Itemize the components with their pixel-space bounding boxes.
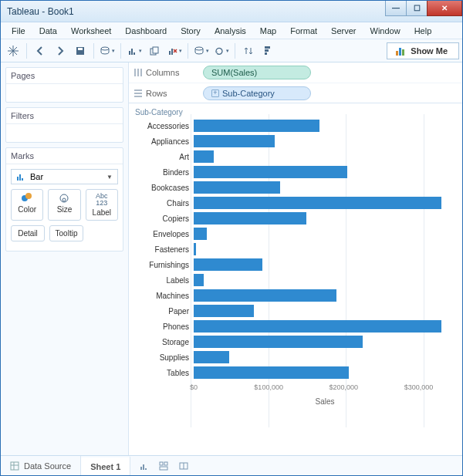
menu-window[interactable]: Window (364, 25, 407, 37)
x-axis-label: Sales (194, 397, 456, 411)
bar[interactable] (194, 120, 319, 132)
bar[interactable] (194, 274, 204, 286)
menu-dashboard[interactable]: Dashboard (119, 25, 173, 37)
category-label: Machines (132, 292, 194, 300)
svg-rect-5 (78, 48, 83, 50)
menu-story[interactable]: Story (174, 25, 207, 37)
category-label: Fasteners (132, 245, 194, 254)
bar[interactable] (194, 351, 229, 363)
svg-rect-36 (143, 464, 144, 470)
rows-pill[interactable]: + Sub-Category (203, 86, 311, 100)
bar[interactable] (194, 320, 441, 333)
svg-rect-28 (140, 69, 142, 76)
back-button[interactable] (31, 42, 49, 60)
new-story-icon[interactable] (178, 461, 189, 471)
columns-icon (133, 68, 143, 77)
svg-rect-18 (396, 51, 398, 56)
data-source-button[interactable] (98, 42, 117, 60)
category-label: Supplies (132, 353, 194, 362)
new-dashboard-icon[interactable] (158, 461, 169, 471)
bar[interactable] (194, 258, 262, 271)
category-label: Art (132, 153, 194, 161)
label-icon: Abc123 (96, 193, 108, 207)
svg-rect-40 (160, 467, 167, 470)
menu-server[interactable]: Server (325, 25, 362, 37)
label-card[interactable]: Abc123 Label (86, 189, 118, 221)
duplicate-sheet-button[interactable] (145, 42, 164, 60)
sort-asc-button[interactable] (259, 42, 278, 60)
menu-map[interactable]: Map (254, 25, 282, 37)
mark-type-label: Bar (30, 172, 43, 181)
menu-file[interactable]: File (5, 25, 32, 37)
new-worksheet-icon[interactable] (138, 461, 149, 471)
category-label: Copiers (132, 214, 194, 223)
size-card[interactable]: Size (48, 189, 80, 221)
tooltip-card[interactable]: Tooltip (49, 225, 83, 241)
bar[interactable] (194, 197, 441, 209)
category-label: Chairs (132, 199, 194, 208)
svg-point-6 (101, 47, 109, 50)
category-label: Tables (132, 369, 194, 377)
swap-button[interactable] (239, 42, 258, 60)
bar-chart-icon (395, 46, 406, 56)
chart-header: Sub-Category (135, 108, 456, 116)
chevron-down-icon: ▼ (106, 174, 113, 181)
mark-type-dropdown[interactable]: Bar ▼ (11, 169, 118, 184)
bar[interactable] (194, 243, 196, 255)
detail-card[interactable]: Detail (11, 225, 45, 241)
columns-pill[interactable]: SUM(Sales) (203, 66, 311, 79)
filters-shelf[interactable] (6, 123, 123, 142)
category-label: Envelopes (132, 230, 194, 238)
pages-shelf[interactable] (6, 83, 123, 102)
close-button[interactable]: ✕ (427, 1, 462, 16)
connect-button[interactable] (192, 42, 211, 60)
bar[interactable] (194, 228, 207, 240)
category-label: Appliances (132, 137, 194, 146)
axis-tick: $200,000 (330, 383, 359, 391)
svg-rect-12 (169, 51, 171, 55)
color-card[interactable]: Color (11, 189, 43, 221)
save-button[interactable] (71, 42, 90, 60)
content-area: Pages Filters Marks Bar ▼ (1, 62, 462, 455)
columns-label: Columns (146, 68, 179, 77)
bar[interactable] (194, 166, 347, 178)
category-label: Bookcases (132, 184, 194, 192)
bar[interactable] (194, 181, 280, 194)
pages-panel: Pages (5, 67, 123, 103)
bar[interactable] (194, 212, 306, 224)
filters-panel: Filters (5, 107, 123, 143)
chart-area[interactable]: Sub-Category AccessoriesAppliancesArtBin… (129, 103, 462, 455)
datasource-icon (10, 461, 19, 471)
svg-rect-22 (19, 174, 21, 181)
tableau-logo-icon[interactable] (4, 42, 22, 60)
data-source-tab[interactable]: Data Source (1, 456, 81, 475)
bar[interactable] (194, 336, 363, 348)
menu-data[interactable]: Data (33, 25, 63, 37)
bar[interactable] (194, 305, 254, 317)
refresh-button[interactable] (212, 42, 231, 60)
menu-format[interactable]: Format (284, 25, 323, 37)
marks-title: Marks (6, 148, 123, 164)
menu-analysis[interactable]: Analysis (208, 25, 252, 37)
columns-shelf[interactable]: Columns SUM(Sales) (129, 62, 462, 83)
menu-worksheet[interactable]: Worksheet (65, 25, 117, 37)
clear-sheet-button[interactable] (165, 42, 184, 60)
bar[interactable] (194, 289, 336, 302)
menu-help[interactable]: Help (408, 25, 438, 37)
category-label: Accessories (132, 122, 194, 130)
bar[interactable] (194, 366, 349, 379)
axis-tick: $100,000 (254, 383, 283, 391)
forward-button[interactable] (51, 42, 69, 60)
size-icon (59, 193, 69, 204)
svg-rect-39 (164, 462, 167, 465)
bar[interactable] (194, 150, 214, 163)
new-worksheet-button[interactable] (125, 42, 144, 60)
svg-rect-30 (134, 93, 142, 94)
show-me-button[interactable]: Show Me (387, 42, 459, 59)
bar[interactable] (194, 135, 275, 147)
rows-shelf[interactable]: Rows + Sub-Category (129, 83, 462, 103)
maximize-button[interactable]: ☐ (406, 1, 428, 16)
minimize-button[interactable]: — (385, 1, 407, 16)
expand-icon[interactable]: + (211, 89, 219, 97)
sheet-tab[interactable]: Sheet 1 (81, 456, 130, 475)
